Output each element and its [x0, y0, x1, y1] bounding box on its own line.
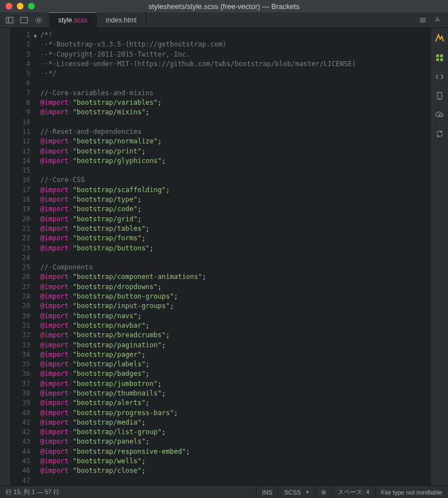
- code-line[interactable]: @import·"bootstrap/buttons";: [40, 244, 431, 253]
- line-number: 20: [10, 215, 36, 224]
- code-line[interactable]: @import·"bootstrap/wells";: [40, 457, 431, 466]
- line-number: 8: [10, 98, 36, 108]
- split-view-button[interactable]: [18, 14, 30, 26]
- window-title: stylesheets/style.scss (free-vector) — B…: [0, 2, 448, 11]
- tab-bar: style.scss index.html: [49, 12, 146, 27]
- status-language[interactable]: SCSS▼: [278, 486, 315, 498]
- lint-indicator-icon: [321, 490, 326, 495]
- line-number: 43: [10, 437, 36, 446]
- code-line[interactable]: @import·"bootstrap/code";: [40, 204, 431, 214]
- code-line[interactable]: //·Core·CSS: [40, 175, 431, 185]
- code-line[interactable]: //·Core·variables·and·mixins: [40, 89, 431, 98]
- code-line[interactable]: @import·"bootstrap/normalize";: [40, 137, 431, 146]
- tab-index-html[interactable]: index.html: [97, 12, 146, 27]
- code-line[interactable]: //·Reset·and·dependencies: [40, 127, 431, 137]
- extensions-icon[interactable]: [435, 53, 445, 63]
- line-number: 40: [10, 408, 36, 418]
- code-line[interactable]: @import·"bootstrap/grid";: [40, 215, 431, 224]
- menu-icon[interactable]: [417, 14, 429, 26]
- svg-point-3: [38, 18, 40, 21]
- line-number: 2: [10, 40, 36, 49]
- code-line[interactable]: @import·"bootstrap/list-group";: [40, 427, 431, 437]
- line-number: 19: [10, 204, 36, 214]
- code-line[interactable]: [40, 476, 431, 486]
- code-line[interactable]: @import·"bootstrap/pagination";: [40, 341, 431, 350]
- code-line[interactable]: @import·"bootstrap/badges";: [40, 369, 431, 379]
- code-line[interactable]: @import·"bootstrap/button-groups";: [40, 292, 431, 301]
- code-line[interactable]: @import·"bootstrap/navbar";: [40, 321, 431, 331]
- code-line[interactable]: @import·"bootstrap/tables";: [40, 224, 431, 234]
- code-line[interactable]: ··*·Bootstrap·v3.3.5·(http://getbootstra…: [40, 40, 431, 49]
- live-preview-icon[interactable]: [435, 34, 445, 44]
- main-area: 1▼23456789101112131415161718192021222324…: [0, 28, 448, 486]
- code-line[interactable]: [40, 166, 431, 175]
- code-line[interactable]: @import·"bootstrap/dropdowns";: [40, 282, 431, 292]
- sidebar-toggle-button[interactable]: [3, 14, 16, 26]
- status-minify: File type not minifiable: [375, 486, 448, 498]
- code-line[interactable]: [40, 78, 431, 88]
- svg-point-9: [439, 97, 440, 99]
- statusbar: 行 15, 列 1 — 57 行 INS SCSS▼ スペース: 4 File …: [0, 486, 448, 498]
- device-icon[interactable]: [435, 91, 445, 101]
- line-number: 11: [10, 127, 36, 137]
- code-line[interactable]: /*!: [40, 30, 431, 40]
- line-number-gutter: 1▼23456789101112131415161718192021222324…: [10, 28, 36, 486]
- sync-icon[interactable]: [435, 129, 445, 139]
- code-line[interactable]: @import·"bootstrap/scaffolding";: [40, 185, 431, 195]
- code-line[interactable]: ··*/: [40, 69, 431, 78]
- code-line[interactable]: //·Components: [40, 263, 431, 272]
- code-content[interactable]: /*!··*·Bootstrap·v3.3.5·(http://getboots…: [36, 28, 431, 486]
- code-line[interactable]: [40, 118, 431, 127]
- chevron-down-icon: ▼: [305, 490, 310, 495]
- cloud-icon[interactable]: [435, 110, 445, 120]
- code-line[interactable]: @import·"bootstrap/close";: [40, 466, 431, 476]
- svg-rect-6: [436, 58, 439, 61]
- code-line[interactable]: @import·"bootstrap/progress-bars";: [40, 408, 431, 418]
- titlebar: stylesheets/style.scss (free-vector) — B…: [0, 0, 448, 12]
- line-number: 36: [10, 369, 36, 379]
- code-line[interactable]: @import·"bootstrap/responsive-embed";: [40, 447, 431, 457]
- line-number: 47: [10, 476, 36, 486]
- line-number: 3: [10, 50, 36, 59]
- line-number: 28: [10, 292, 36, 301]
- line-number: 30: [10, 311, 36, 321]
- status-lint[interactable]: [315, 486, 332, 498]
- code-editor[interactable]: 1▼23456789101112131415161718192021222324…: [10, 28, 431, 486]
- code-line[interactable]: @import·"bootstrap/forms";: [40, 234, 431, 243]
- tab-label-ext: .scss: [72, 16, 87, 24]
- status-cursor[interactable]: 行 15, 列 1 — 57 行: [0, 488, 59, 496]
- code-line[interactable]: @import·"bootstrap/type";: [40, 195, 431, 204]
- code-line[interactable]: ··*·Copyright·2011-2015·Twitter,·Inc.: [40, 50, 431, 59]
- line-number: 13: [10, 147, 36, 156]
- collapse-icon[interactable]: [431, 14, 444, 26]
- code-line[interactable]: @import·"bootstrap/input-groups";: [40, 301, 431, 311]
- status-insert-mode[interactable]: INS: [256, 486, 278, 498]
- code-line[interactable]: @import·"bootstrap/print";: [40, 147, 431, 156]
- tab-style-scss[interactable]: style.scss: [49, 12, 97, 27]
- code-line[interactable]: @import·"bootstrap/breadcrumbs";: [40, 331, 431, 340]
- code-line[interactable]: @import·"bootstrap/jumbotron";: [40, 379, 431, 389]
- code-line[interactable]: @import·"bootstrap/glyphicons";: [40, 156, 431, 166]
- code-line[interactable]: @import·"bootstrap/media";: [40, 418, 431, 427]
- code-line[interactable]: @import·"bootstrap/alerts";: [40, 398, 431, 408]
- status-spaces[interactable]: スペース: 4: [332, 486, 375, 498]
- code-line[interactable]: @import·"bootstrap/component-animations"…: [40, 272, 431, 282]
- code-line[interactable]: [40, 253, 431, 263]
- code-line[interactable]: @import·"bootstrap/thumbnails";: [40, 389, 431, 398]
- line-number: 29: [10, 301, 36, 311]
- code-line[interactable]: @import·"bootstrap/labels";: [40, 360, 431, 369]
- svg-rect-2: [21, 17, 27, 23]
- line-number: 44: [10, 447, 36, 457]
- line-number: 12: [10, 137, 36, 146]
- code-line[interactable]: @import·"bootstrap/variables";: [40, 98, 431, 108]
- toolbar: style.scss index.html: [0, 12, 448, 28]
- code-line[interactable]: @import·"bootstrap/mixins";: [40, 108, 431, 117]
- line-number: 5: [10, 69, 36, 78]
- code-line[interactable]: @import·"bootstrap/panels";: [40, 437, 431, 446]
- code-line[interactable]: @import·"bootstrap/pager";: [40, 350, 431, 360]
- line-number: 37: [10, 379, 36, 389]
- code-line[interactable]: @import·"bootstrap/navs";: [40, 311, 431, 321]
- code-line[interactable]: ··*·Licensed·under·MIT·(https://github.c…: [40, 59, 431, 69]
- settings-button[interactable]: [32, 14, 45, 26]
- code-icon[interactable]: [435, 72, 445, 82]
